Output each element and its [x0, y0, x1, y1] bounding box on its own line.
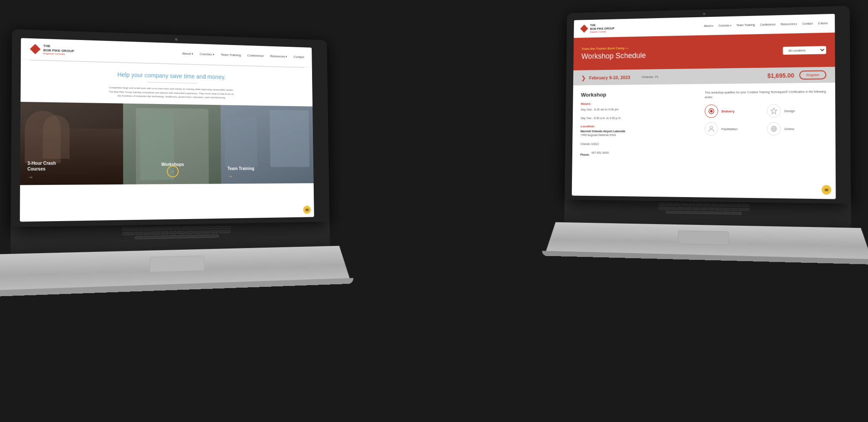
location-label: Location: — [581, 124, 697, 128]
hero-subtitle: Train-the-Trainer Boot Camp — — [582, 46, 646, 51]
online-label: Online — [784, 127, 794, 131]
left-nav-links: About Courses Team Training Conference R… — [182, 52, 304, 59]
left-screen-content: THE BOB PIKE GROUP Engineer Curiosity Ab… — [20, 38, 314, 222]
panel-arrow-3: → — [227, 173, 233, 179]
cert-intro: This workshop qualifies for your Creativ… — [705, 90, 826, 99]
date-left: ❯ February 9-10, 2023 Orlando, FL — [581, 74, 659, 81]
phone-number: 407-851-9000 — [591, 150, 609, 155]
cert-online: Online — [767, 122, 827, 136]
certification-section: This workshop qualifies for your Creativ… — [705, 90, 827, 160]
laptop-left: THE BOB PIKE GROUP Engineer Curiosity Ab… — [10, 29, 331, 296]
right-logo-sub: Engineer Curiosity — [590, 30, 614, 33]
panel-crash-courses[interactable]: 3-Hour CrashCourses → — [20, 102, 123, 185]
location-select[interactable]: All Locations — [783, 46, 826, 55]
chat-bubble-left[interactable]: ✉ — [303, 206, 311, 214]
panel-label-3: Team Training — [227, 166, 254, 171]
right-nav-resources[interactable]: Resources — [781, 22, 797, 26]
svg-point-2 — [710, 126, 713, 129]
delivery-icon — [705, 104, 718, 118]
right-nav-team-training[interactable]: Team Training — [736, 23, 755, 27]
right-logo: THE BOB PIKE GROUP Engineer Curiosity — [580, 23, 614, 33]
camera-dot-right — [703, 13, 705, 15]
address2: Orlando 32822 — [580, 142, 696, 147]
delivery-label: Delivery — [721, 109, 734, 113]
venue-name: Marriott Orlando Airport Lakeside — [580, 130, 696, 133]
nav-resources[interactable]: Resources — [270, 54, 287, 59]
panel-circle-arrow-2[interactable]: → — [167, 166, 179, 177]
left-hero: Help your company save time and money. C… — [21, 60, 312, 107]
panel-overlay-3 — [220, 105, 313, 184]
cert-delivery: Delivery — [705, 104, 763, 118]
left-hero-title: Help your company save time and money. — [30, 69, 304, 82]
register-button[interactable]: Register — [799, 70, 826, 80]
right-hero-banner: Train-the-Trainer Boot Camp — Workshop S… — [573, 32, 835, 70]
panel-overlay-1 — [20, 102, 123, 185]
right-date-bar: ❯ February 9-10, 2023 Orlando, FL $1,695… — [573, 67, 835, 85]
laptop-right: THE BOB PIKE GROUP Engineer Curiosity Ab… — [564, 6, 852, 264]
right-nav-contact[interactable]: Contact — [802, 22, 813, 25]
hours-label: Hours: — [581, 101, 696, 106]
nav-contact[interactable]: Contact — [294, 55, 304, 59]
workshop-section: Workshop Hours: Day One - 8:30 am to 4:0… — [572, 83, 836, 167]
svg-point-1 — [710, 110, 713, 112]
nav-team-training[interactable]: Team Training — [221, 53, 241, 57]
panel-arrow-1: → — [27, 174, 34, 181]
right-nav-courses[interactable]: Courses — [718, 24, 732, 27]
panel-workshops[interactable]: Workshops → — [123, 103, 221, 184]
day1-text: Day One - 8:30 am to 4:00 pm — [581, 107, 696, 112]
nav-about[interactable]: About — [182, 52, 193, 56]
workshop-title: Workshop — [581, 91, 696, 98]
logo-icon-left — [30, 44, 41, 54]
right-screen-content: THE BOB PIKE GROUP Engineer Curiosity Ab… — [572, 14, 836, 199]
right-nav-about[interactable]: About — [704, 24, 713, 27]
address1: 7499 Augusta National Drive — [580, 133, 696, 137]
nav-conference[interactable]: Conference — [247, 53, 264, 58]
left-panels: 3-Hour CrashCourses → Workshops → — [20, 102, 314, 185]
camera-dot-left — [175, 38, 178, 41]
cert-design: Design — [767, 104, 826, 118]
cart-icon[interactable]: 0 items — [818, 21, 828, 25]
facilitation-icon — [705, 122, 718, 136]
right-nav-conference[interactable]: Conference — [760, 23, 776, 26]
date-chevron[interactable]: ❯ — [581, 75, 586, 81]
panel-label-1: 3-Hour CrashCourses — [27, 160, 56, 172]
right-nav-links: About Courses Team Training Conference R… — [704, 21, 828, 27]
workshop-price: $1,695.00 — [767, 72, 794, 79]
hero-title: Workshop Schedule — [581, 51, 646, 61]
logo-icon-right — [580, 24, 588, 33]
facilitation-label: Facilitation — [721, 127, 737, 131]
date-text: February 9-10, 2023 — [589, 75, 630, 80]
date-location: Orlando, FL — [642, 75, 659, 79]
left-hero-body: Companies large and small work with us t… — [87, 85, 254, 101]
design-label: Design — [784, 109, 795, 113]
cert-facilitation: Facilitation — [705, 122, 763, 136]
nav-courses[interactable]: Courses — [200, 52, 214, 56]
left-logo: THE BOB PIKE GROUP Engineer Curiosity — [30, 43, 75, 56]
online-icon — [767, 122, 781, 136]
design-icon — [767, 104, 781, 118]
day2-text: Day Two - 8:00 a.m. to 3:30 p.m. — [581, 115, 697, 120]
phone-label: Phone: — [580, 153, 590, 156]
panel-team-training[interactable]: Team Training → — [220, 105, 313, 184]
cert-grid: Delivery Design — [705, 104, 827, 136]
workshop-details: Workshop Hours: Day One - 8:30 am to 4:0… — [580, 91, 697, 160]
chat-bubble-right[interactable]: ✉ — [822, 185, 831, 195]
hero-divider — [147, 82, 197, 84]
